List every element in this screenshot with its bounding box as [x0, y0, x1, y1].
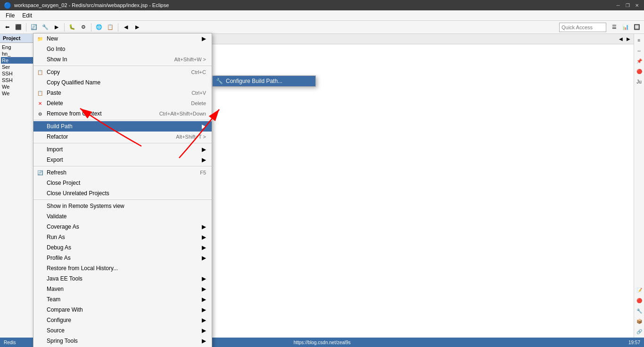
- toolbar-btn-7[interactable]: ⚙: [78, 22, 89, 33]
- toolbar-btn-9[interactable]: 📋: [105, 22, 116, 33]
- toolbar-btn-6[interactable]: 🐛: [67, 22, 77, 33]
- toolbar-btn-12[interactable]: 📊: [620, 22, 631, 33]
- sidebar-content: Eng hn_ Re Ser SSH SSH We We: [0, 43, 35, 338]
- ctx-import[interactable]: Import ▶: [33, 144, 212, 155]
- ctx-copy-qualified[interactable]: Copy Qualified Name: [33, 77, 212, 88]
- right-sidebar: ≡ ↔ 📌 🔴 Ju 📝 🔴 🔧 📦 🔗: [634, 34, 644, 338]
- toolbar-btn-1[interactable]: ⬅: [2, 22, 12, 33]
- ctx-run-as[interactable]: Run As ▶: [33, 232, 212, 242]
- sidebar-item-we1[interactable]: We: [1, 83, 34, 90]
- ctx-refresh-icon: 🔄: [36, 169, 44, 176]
- toolbar-btn-10[interactable]: ◀: [121, 22, 131, 33]
- ctx-refresh[interactable]: 🔄 Refresh F5: [33, 167, 212, 178]
- ctx-close-project[interactable]: Close Project: [33, 178, 212, 188]
- ctx-refactor[interactable]: Refactor Alt+Shift+T >: [33, 132, 212, 142]
- ctx-compare-with[interactable]: Compare With ▶: [33, 305, 212, 315]
- ctx-debug-as[interactable]: Debug As ▶: [33, 242, 212, 253]
- ctx-sep-2: [33, 120, 212, 120]
- tab-controls: ◀ ▶: [618, 36, 632, 41]
- ctx-sep-3: [33, 143, 212, 143]
- title-bar-left: 🔵 workspace_oxygen_02 - Redis/src/main/w…: [4, 2, 169, 9]
- ctx-sep-4: [33, 166, 212, 166]
- menu-edit[interactable]: Edit: [18, 10, 36, 20]
- ctx-maven[interactable]: Maven ▶: [33, 284, 212, 294]
- sidebar-header: Project: [0, 34, 35, 43]
- ctx-paste-icon: 📋: [36, 89, 44, 97]
- toolbar-btn-3[interactable]: 🔄: [29, 22, 39, 33]
- toolbar-sep-2: [64, 23, 65, 32]
- ctx-sep-1: [33, 66, 212, 66]
- sidebar-item-hn[interactable]: hn_: [1, 50, 34, 57]
- ctx-spring-tools[interactable]: Spring Tools ▶: [33, 336, 212, 346]
- ctx-export[interactable]: Export ▶: [33, 155, 212, 165]
- ctx-show-remote[interactable]: Show in Remote Systems view: [33, 201, 212, 211]
- close-button[interactable]: ✕: [634, 2, 640, 8]
- status-time: 19:57: [628, 340, 640, 345]
- toolbar-btn-11[interactable]: ▶: [132, 22, 142, 33]
- toolbar-btn-13[interactable]: 🔲: [632, 22, 642, 33]
- status-project: Redis: [4, 340, 16, 345]
- ctx-copy[interactable]: 📋 Copy Ctrl+C: [33, 67, 212, 77]
- ctx-team[interactable]: Team ▶: [33, 294, 212, 305]
- ctx-coverage-as[interactable]: Coverage As ▶: [33, 222, 212, 232]
- ctx-profile-as[interactable]: Profile As ▶: [33, 253, 212, 263]
- tab-scroll-left[interactable]: ◀: [618, 36, 624, 41]
- ctx-gointo[interactable]: Go Into: [33, 44, 212, 54]
- toolbar-btn-4[interactable]: 🔧: [40, 22, 50, 33]
- sidebar-item-ser[interactable]: Ser: [1, 64, 34, 70]
- toolbar-sep-3: [91, 23, 91, 32]
- restore-button[interactable]: ❐: [624, 2, 631, 8]
- right-btn-1[interactable]: ≡: [635, 36, 644, 44]
- sidebar-item-we2[interactable]: We: [1, 90, 34, 97]
- context-menu: 📁 New ▶ Go Into Show In Alt+Shift+W > 📋 …: [33, 33, 212, 347]
- toolbar-btn-8[interactable]: 🌐: [94, 22, 104, 33]
- right-btn-6[interactable]: 📝: [635, 286, 644, 294]
- ctx-new[interactable]: 📁 New ▶: [33, 33, 212, 44]
- right-btn-4[interactable]: 🔴: [635, 67, 644, 75]
- ctx-copy-icon: 📋: [36, 68, 44, 76]
- sidebar-item-eng[interactable]: Eng: [1, 44, 34, 50]
- ctx-showin[interactable]: Show In Alt+Shift+W >: [33, 54, 212, 65]
- right-btn-10[interactable]: 🔗: [635, 327, 644, 336]
- right-btn-8[interactable]: 🔧: [635, 306, 644, 315]
- ctx-new-icon: 📁: [36, 35, 44, 42]
- ctx-restore-history[interactable]: Restore from Local History...: [33, 263, 212, 273]
- sidebar: Project Eng hn_ Re Ser SSH SSH We: [0, 34, 35, 338]
- ctx-validate[interactable]: Validate: [33, 211, 212, 222]
- ctx-remove-icon: ⊖: [36, 110, 44, 117]
- ctx-delete[interactable]: ✕ Delete Delete: [33, 98, 212, 108]
- ctx-paste[interactable]: 📋 Paste Ctrl+V: [33, 88, 212, 98]
- ctx-close-unrelated[interactable]: Close Unrelated Projects: [33, 188, 212, 198]
- ctx-sep-5: [33, 199, 212, 200]
- toolbar-btn-5[interactable]: ▶: [51, 22, 62, 33]
- right-btn-7[interactable]: 🔴: [635, 296, 644, 305]
- submenu-configure-build-path[interactable]: 🔧 Configure Build Path...: [213, 76, 315, 86]
- toolbar-btn-2[interactable]: ⬛: [13, 22, 24, 33]
- submenu: 🔧 Configure Build Path...: [212, 75, 316, 87]
- title-bar: 🔵 workspace_oxygen_02 - Redis/src/main/w…: [0, 0, 644, 10]
- menu-file[interactable]: File: [2, 10, 18, 20]
- ctx-delete-icon: ✕: [36, 99, 44, 107]
- title-controls: ─ ❐ ✕: [615, 2, 640, 8]
- right-btn-9[interactable]: 📦: [635, 317, 644, 325]
- tab-scroll-right[interactable]: ▶: [625, 36, 632, 41]
- quick-access-input[interactable]: [559, 23, 606, 32]
- right-btn-5[interactable]: Ju: [635, 77, 644, 86]
- right-btn-2[interactable]: ↔: [635, 46, 644, 55]
- right-btn-3[interactable]: 📌: [635, 57, 644, 65]
- submenu-configure-icon: 🔧: [215, 77, 223, 85]
- sidebar-item-re[interactable]: Re: [1, 57, 34, 64]
- eclipse-icon: 🔵: [4, 2, 11, 9]
- minimize-button[interactable]: ─: [615, 2, 621, 8]
- window-title: workspace_oxygen_02 - Redis/src/main/web…: [14, 2, 169, 8]
- sidebar-item-ssh2[interactable]: SSH: [1, 77, 34, 83]
- sidebar-item-ssh1[interactable]: SSH: [1, 70, 34, 77]
- menu-bar: File Edit: [0, 10, 644, 21]
- ctx-remove-context[interactable]: ⊖ Remove from Context Ctrl+Alt+Shift+Dow…: [33, 108, 212, 119]
- toolbar-btn-perspectives[interactable]: ☰: [609, 22, 619, 33]
- ctx-source[interactable]: Source ▶: [33, 325, 212, 336]
- ctx-configure[interactable]: Configure ▶: [33, 315, 212, 325]
- toolbar-sep-4: [118, 23, 118, 32]
- ctx-javaee-tools[interactable]: Java EE Tools ▶: [33, 273, 212, 284]
- ctx-build-path[interactable]: Build Path ▶: [33, 121, 212, 132]
